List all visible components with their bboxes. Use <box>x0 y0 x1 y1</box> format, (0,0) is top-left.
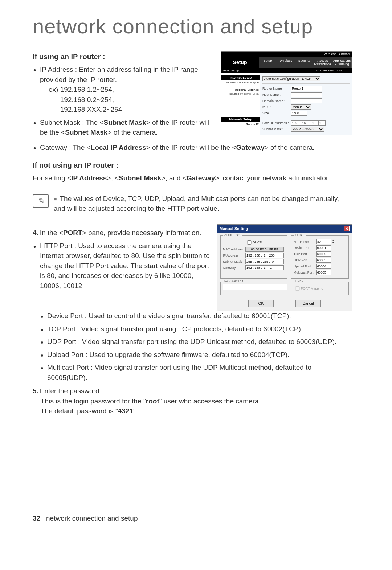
mtu-lbl: MTU : <box>262 105 291 109</box>
page-footer: 32_ network connection and setup <box>33 514 138 522</box>
local-ip-lbl: Local IP Address : <box>262 121 291 125</box>
gateway-text-a: Gateway : The < <box>40 144 91 151</box>
ex-label: ex) <box>49 86 58 93</box>
gateway-bullet: Gateway : The <Local IP Address> of the … <box>40 143 352 153</box>
size-lbl: Size : <box>262 111 291 115</box>
ex2: 192.168.0.2~254, <box>60 96 114 103</box>
local-ip-3[interactable] <box>311 120 318 126</box>
upload-port-input[interactable] <box>316 264 331 269</box>
ex3: 192.168.XXX.2~254 <box>60 106 122 113</box>
address-legend: ADDRESS <box>223 233 242 237</box>
tab-access[interactable]: Access Restrictions <box>313 57 332 68</box>
password-legend: PASSWORD <box>223 279 245 283</box>
nr-a: For setting < <box>33 174 71 182</box>
router-tabs: Setup Wireless Security Access Restricti… <box>259 57 352 68</box>
tcp-port-lbl: TCP Port <box>294 252 316 256</box>
sn-input[interactable] <box>245 259 284 264</box>
router-ip-label: Router IP <box>222 123 259 126</box>
close-icon[interactable]: ✕ <box>344 226 350 231</box>
network-setup-hdr: Network Setup <box>221 117 260 122</box>
step5-num: 5. <box>33 387 38 395</box>
local-ip-2[interactable] <box>301 120 311 126</box>
dhcp-checkbox[interactable] <box>247 240 252 245</box>
subtab-mac[interactable]: MAC Address Clone <box>316 69 342 72</box>
step-5: 5.Enter the password. This is the login … <box>33 386 352 416</box>
router-top-label: Wireless-G Broad <box>221 52 352 57</box>
gateway-text-c: > of the camera. <box>265 144 315 151</box>
router-name-input[interactable] <box>291 86 322 91</box>
ip-lbl: IP Address <box>223 254 245 257</box>
tab-wireless[interactable]: Wireless <box>277 57 295 68</box>
gateway-text-b: > of the IP router will be the < <box>146 144 236 151</box>
s5l3b: ". <box>133 407 138 415</box>
http-port-input[interactable] <box>316 239 331 244</box>
note-bullet-icon: ■ <box>54 196 57 202</box>
subnet-text-a: Subnet Mask : The < <box>40 119 104 126</box>
sn-lbl: Subnet Mask <box>223 260 245 263</box>
port-bold: PORT <box>63 229 82 237</box>
dhcp-label: DHCP <box>253 241 262 244</box>
pw-bold: 4321 <box>118 407 133 415</box>
nr-b: >, < <box>107 174 119 182</box>
domain-name-input[interactable] <box>291 98 322 103</box>
udp-port-input[interactable] <box>316 258 331 263</box>
s5l3a: The default password is " <box>41 407 118 415</box>
step-4: 4.In the <PORT> pane, provide necessary … <box>33 228 210 291</box>
gw-input[interactable] <box>245 265 284 270</box>
tab-setup[interactable]: Setup <box>259 57 277 68</box>
ok-button[interactable]: OK <box>248 300 274 307</box>
s5l2b: " user who accesses the camera. <box>159 397 261 405</box>
subnet-mask-lbl: Subnet Mask : <box>262 127 291 131</box>
s4c: > pane, provide necessary information. <box>82 229 201 237</box>
nr-c: >, and < <box>161 174 187 182</box>
udp-port-lbl: UDP Port <box>294 258 316 262</box>
internet-setup-hdr: Internet Setup <box>221 75 260 80</box>
note-text: ■The values of Device, TCP, UDP, Upload,… <box>54 194 352 213</box>
http-port-bullet: HTTP Port : Used to access the camera us… <box>40 241 210 291</box>
ip-address-bullet: IP Address : Enter an address falling in… <box>40 65 213 115</box>
port-mapping-label: PORT Mapping <box>301 287 323 290</box>
no-router-para: For setting <IP Address>, <Subnet Mask>,… <box>33 173 352 183</box>
footer-sep: _ <box>40 514 44 522</box>
ip-address-text: IP Address : Enter an address falling in… <box>40 66 198 83</box>
local-ip-1[interactable] <box>291 120 301 126</box>
local-ip-4[interactable] <box>318 120 326 126</box>
router-setup-label: Setup <box>221 57 259 68</box>
note-callout: ✎ ■The values of Device, TCP, UDP, Uploa… <box>33 194 352 213</box>
http-port-lbl: HTTP Port <box>294 240 316 243</box>
subnet-bold1: Subnet Mask <box>104 119 146 126</box>
subnet-bullet: Subnet Mask : The <Subnet Mask> of the I… <box>40 118 213 138</box>
gateway-bold2: Gateway <box>236 144 265 151</box>
device-port-lbl: Device Port <box>294 246 316 250</box>
tab-apps[interactable]: Applications & Gaming <box>332 57 352 68</box>
gw-lbl: Gateway <box>223 266 245 270</box>
device-port-input[interactable] <box>316 245 331 250</box>
port-legend: PORT <box>294 233 306 237</box>
router-screenshot: Wireless-G Broad Setup Setup Wireless Se… <box>221 51 352 135</box>
if-router-heading: If using an IP router : <box>33 53 213 61</box>
host-name-lbl: Host Name : <box>262 93 291 97</box>
ex1: 192.168.1.2~254, <box>60 86 114 93</box>
cancel-button[interactable]: Cancel <box>295 300 321 307</box>
ip-input[interactable] <box>245 253 284 258</box>
password-input[interactable] <box>223 284 287 290</box>
host-name-input[interactable] <box>291 92 322 97</box>
subtab-basic[interactable]: Basic Setup <box>223 69 239 72</box>
tcp-port-input[interactable] <box>316 251 331 257</box>
footer-text: network connection and setup <box>44 514 138 522</box>
dialog-title: Manual Setting <box>220 226 248 231</box>
mtu-select[interactable]: Manual <box>291 104 311 110</box>
gateway-bold1: Local IP Address <box>91 144 146 151</box>
subnet-text-c: > of the camera. <box>107 128 158 136</box>
size-input[interactable] <box>291 111 307 116</box>
udp-port-bullet: UDP Port : Video signal transfer port us… <box>47 337 352 347</box>
optional-a: Optional Settings <box>222 88 259 92</box>
multicast-port-input[interactable] <box>316 270 331 275</box>
subnet-mask-select[interactable]: 255.255.255.0 <box>291 127 324 132</box>
tab-security[interactable]: Security <box>295 57 313 68</box>
note-icon: ✎ <box>33 194 49 208</box>
step4-num: 4. <box>33 229 38 237</box>
ict-select[interactable]: Automatic Configuration - DHCP <box>262 76 320 81</box>
s4a: In the < <box>40 229 63 237</box>
s5l1: Enter the password. <box>40 387 101 395</box>
